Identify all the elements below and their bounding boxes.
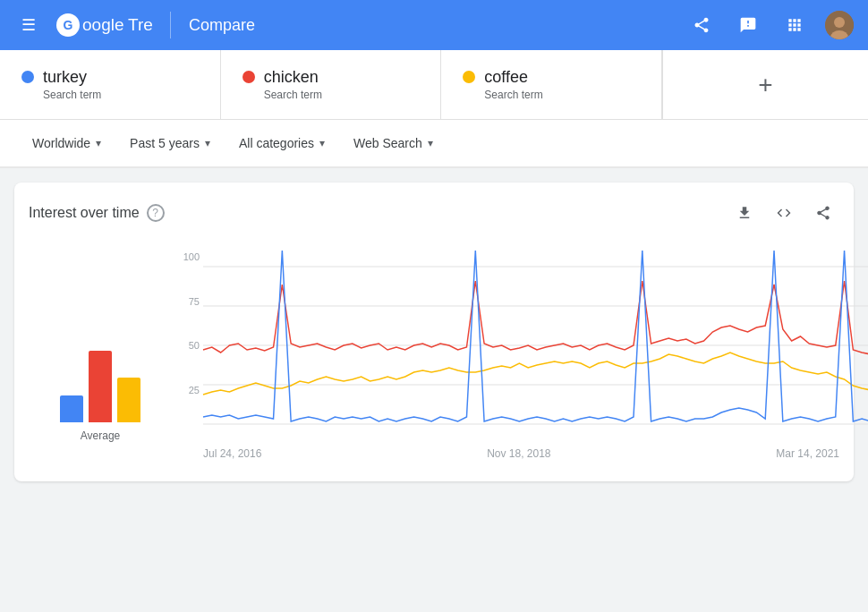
bar-chart <box>60 333 140 422</box>
filter-category-chevron: ▾ <box>319 137 325 149</box>
embed-button[interactable] <box>768 197 800 229</box>
card-actions <box>728 197 839 229</box>
svg-text:G: G <box>64 18 73 32</box>
search-terms-row: turkey Search term chicken Search term c… <box>0 50 868 120</box>
filter-time[interactable]: Past 5 years ▾ <box>119 131 221 156</box>
bar-turkey <box>60 395 83 422</box>
card-header: Interest over time ? <box>29 197 839 229</box>
turkey-dot <box>21 71 34 83</box>
help-icon[interactable]: ? <box>147 204 165 222</box>
filter-location-chevron: ▾ <box>96 137 101 149</box>
avatar-svg <box>825 11 854 39</box>
turkey-line <box>203 251 868 421</box>
coffee-dot <box>463 71 475 83</box>
search-term-turkey[interactable]: turkey Search term <box>0 50 221 119</box>
x-label-2021: Mar 14, 2021 <box>776 447 839 460</box>
filter-location[interactable]: Worldwide ▾ <box>21 131 112 156</box>
card-title: Interest over time <box>29 205 140 221</box>
menu-icon[interactable]: ☰ <box>14 8 43 42</box>
header-icons <box>685 9 854 41</box>
logo: G oogle Trends <box>54 11 152 39</box>
avatar[interactable] <box>825 11 854 39</box>
chart-container: Average 100 75 50 25 <box>29 240 839 467</box>
y-label-100: 100 <box>172 251 200 262</box>
filter-location-label: Worldwide <box>32 136 90 150</box>
turkey-name: turkey <box>43 68 101 87</box>
y-label-50: 50 <box>172 340 200 351</box>
turkey-type: Search term <box>43 89 101 101</box>
chicken-dot <box>243 71 255 83</box>
line-chart-svg <box>203 247 868 444</box>
main-content: Interest over time ? <box>0 168 868 496</box>
card-share-button[interactable] <box>807 197 839 229</box>
x-axis-labels: Jul 24, 2016 Nov 18, 2018 Mar 14, 2021 <box>172 444 839 460</box>
coffee-info: coffee Search term <box>484 68 542 101</box>
filter-search-type[interactable]: Web Search ▾ <box>343 131 444 156</box>
average-label: Average <box>81 429 120 442</box>
filter-time-chevron: ▾ <box>205 137 210 149</box>
add-term-plus: + <box>758 71 772 99</box>
interest-over-time-card: Interest over time ? <box>14 183 854 481</box>
add-term-cell[interactable]: + <box>662 50 868 119</box>
x-label-2016: Jul 24, 2016 <box>203 447 261 460</box>
bar-coffee <box>117 378 140 422</box>
chart-main: 100 75 50 25 <box>172 247 839 460</box>
avatar-image <box>825 11 854 39</box>
header-divider <box>170 12 171 38</box>
search-term-coffee[interactable]: coffee Search term <box>441 50 662 119</box>
bar-chicken <box>89 351 112 422</box>
download-icon <box>736 205 753 221</box>
svg-text:oogle: oogle <box>82 15 124 34</box>
page-title: Compare <box>189 16 255 35</box>
chicken-line <box>203 281 868 354</box>
filter-category-label: All categories <box>239 136 314 150</box>
filter-category[interactable]: All categories ▾ <box>228 131 336 156</box>
turkey-info: turkey Search term <box>43 68 101 101</box>
app-header: ☰ G oogle Trends Compare <box>0 0 868 50</box>
chicken-type: Search term <box>264 89 322 101</box>
embed-icon <box>776 205 792 221</box>
download-button[interactable] <box>728 197 761 229</box>
chart-legend-bar: Average <box>29 247 172 460</box>
coffee-type: Search term <box>484 89 542 101</box>
chicken-info: chicken Search term <box>264 68 322 101</box>
svg-point-5 <box>834 17 845 28</box>
share-icon[interactable] <box>685 9 718 41</box>
coffee-name: coffee <box>484 68 542 87</box>
filter-search-type-chevron: ▾ <box>428 137 433 149</box>
y-axis: 100 75 50 25 <box>172 247 203 444</box>
filters-row: Worldwide ▾ Past 5 years ▾ All categorie… <box>0 120 868 168</box>
feedback-icon[interactable] <box>732 9 764 41</box>
y-label-25: 25 <box>172 385 200 395</box>
filter-search-type-label: Web Search <box>353 136 422 150</box>
y-label-0 <box>172 429 200 439</box>
filter-time-label: Past 5 years <box>130 136 200 150</box>
help-label: ? <box>152 207 158 219</box>
search-term-chicken[interactable]: chicken Search term <box>221 50 442 119</box>
y-label-75: 75 <box>172 296 200 307</box>
card-title-row: Interest over time ? <box>29 204 165 222</box>
chicken-name: chicken <box>264 68 322 87</box>
google-trends-logo-svg: G oogle Trends <box>54 11 152 39</box>
x-label-2018: Nov 18, 2018 <box>487 447 550 460</box>
card-share-icon <box>815 205 831 221</box>
svg-text:Trends: Trends <box>128 15 152 34</box>
apps-icon[interactable] <box>779 9 811 41</box>
